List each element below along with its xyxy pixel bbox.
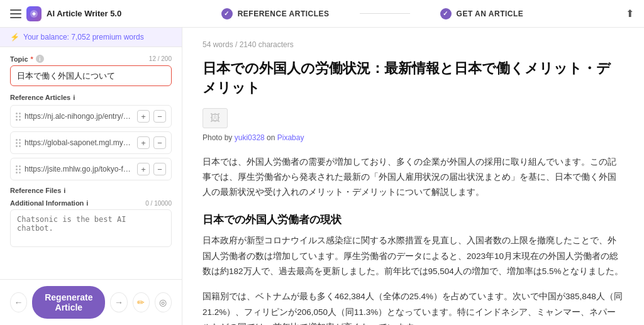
photo-credit: Photo by yuki0328 on Pixabay [203,133,624,142]
word-count: 54 words / 2140 characters [203,40,624,49]
photo-author-link[interactable]: yuki0328 [235,133,265,142]
step-divider [360,13,410,14]
forward-button[interactable]: → [110,292,127,312]
body-paragraph-2: 国籍別では、ベトナムが最も多く462,384人（全体の25.4%）を占めています… [203,289,624,325]
ref-url-2: https://jsite.mhlw.go.jp/tokyo-foreig... [25,165,133,174]
photo-by-text: Photo by [203,133,235,142]
ref-articles-label-text: Reference Articles [10,94,70,101]
ref-files-label-text: Reference Files [10,187,61,194]
ref-item-2: https://jsite.mhlw.go.jp/tokyo-foreig...… [10,158,172,180]
form-area: Topic * i 12 / 200 Reference Articles i … [0,47,182,279]
ref-add-btn-1[interactable]: + [137,136,150,149]
intro-paragraph: 日本では、外国人労働者の需要が増加しており、多くの企業が外国人の採用に取り組んで… [203,155,624,201]
topic-label-text: Topic [10,55,28,63]
article-subtitle-1: 日本での外国人労働者の現状 [203,212,624,227]
menu-icon[interactable] [10,9,21,18]
nav-step-2[interactable]: ✓ GET AN ARTICLE [440,8,524,19]
regenerate-button[interactable]: Regenerate Article [32,286,105,319]
header-right: ⬆ [596,8,634,19]
nav-step-1[interactable]: ✓ REFERENCE ARTICLES [221,8,330,19]
ref-articles-label: Reference Articles i [10,94,172,101]
ref-articles-info-icon: i [73,94,75,101]
ref-add-btn-0[interactable]: + [137,110,150,123]
app-logo [26,6,42,21]
left-bottom-bar: ← Regenerate Article → ✏ ◎ [0,279,182,325]
ref-files-info-icon: i [64,187,65,194]
step2-label: GET AN ARTICLE [457,9,524,18]
balance-bar: ⚡ Your balance: 7,052 premium words [0,28,182,47]
circle-icon-button[interactable]: ◎ [155,292,172,312]
step1-check-icon: ✓ [221,8,233,19]
drag-handle-1[interactable] [16,139,21,147]
step1-label: REFERENCE ARTICLES [238,9,330,18]
add-info-label-text: Additional Information [10,199,84,207]
ref-remove-btn-2[interactable]: − [153,163,166,175]
upload-icon[interactable]: ⬆ [626,8,634,19]
drag-handle-0[interactable] [16,113,21,121]
ref-item-0: https://nj.alc-nihongo.jp/entry/202... +… [10,105,172,128]
app-header: AI Article Writer 5.0 ✓ REFERENCE ARTICL… [0,0,644,28]
left-panel: ⚡ Your balance: 7,052 premium words Topi… [0,28,182,325]
header-nav: ✓ REFERENCE ARTICLES ✓ GET AN ARTICLE [148,8,596,19]
main-layout: ⚡ Your balance: 7,052 premium words Topi… [0,28,644,325]
topic-label-row: Topic * i 12 / 200 [10,55,172,63]
add-info-textarea[interactable] [10,209,172,247]
topic-count: 12 / 200 [149,55,172,62]
topic-info-icon: i [36,55,44,63]
article-image-placeholder: 🖼 [203,108,228,128]
lightning-icon: ⚡ [10,33,19,41]
pencil-icon-button[interactable]: ✏ [133,292,150,312]
photo-source-link[interactable]: Pixabay [277,133,304,142]
ref-add-btn-2[interactable]: + [137,163,150,175]
add-info-label-row: Additional Information i 0 / 10000 [10,199,172,207]
ref-url-0: https://nj.alc-nihongo.jp/entry/202... [25,112,133,121]
drag-handle-2[interactable] [16,165,21,174]
back-button[interactable]: ← [10,292,27,312]
step2-check-icon: ✓ [440,8,452,19]
ref-remove-btn-0[interactable]: − [153,110,166,123]
body-paragraph-1: 日本政府が新型コロナウイルス感染症に関する水際措置を見直し、入国者数の上限を撤廃… [203,233,624,279]
add-info-count: 0 / 10000 [145,200,172,207]
ref-url-1: https://global-saponet.mgl.mynavi... [25,138,133,147]
ref-files-label: Reference Files i [10,187,172,194]
app-title: AI Article Writer 5.0 [47,9,121,18]
ref-remove-btn-1[interactable]: − [153,136,166,149]
ref-item-1: https://global-saponet.mgl.mynavi... + − [10,131,172,154]
right-panel: 54 words / 2140 characters 日本での外国人の労働状況：… [182,28,644,325]
add-info-info-icon: i [86,199,88,207]
topic-required: * [31,55,33,63]
topic-input[interactable] [10,65,172,86]
photo-on-text: on [265,133,277,142]
balance-text: Your balance: 7,052 premium words [23,33,144,41]
article-title: 日本での外国人の労働状況：最新情報と日本で働くメリット・デメリット [203,59,624,98]
header-left: AI Article Writer 5.0 [10,6,148,21]
